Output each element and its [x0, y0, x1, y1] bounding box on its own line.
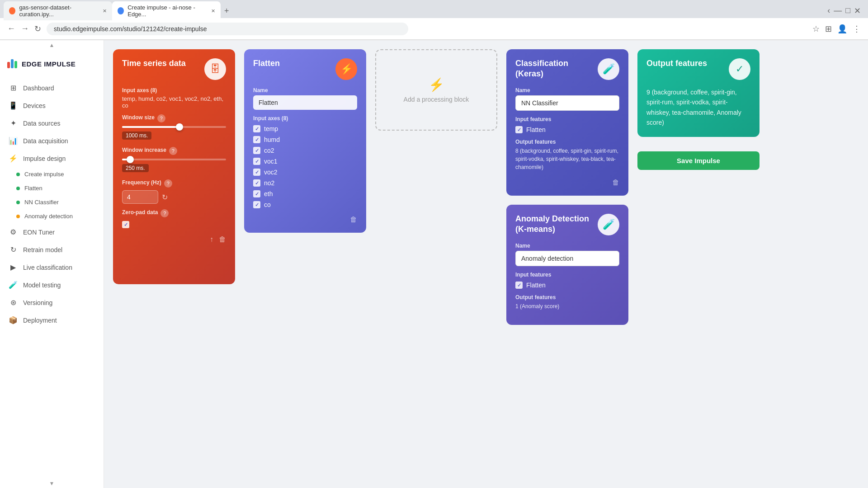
axis-temp[interactable]: temp	[253, 125, 357, 132]
tab-scroll-left[interactable]: ‹	[827, 6, 830, 16]
sidebar-item-label-create-impulse: Create impulse	[24, 171, 64, 178]
new-tab-button[interactable]: +	[221, 6, 233, 16]
window-increase-thumb[interactable]	[127, 156, 134, 163]
axis-humd[interactable]: humd	[253, 136, 357, 143]
axis-co-checkbox[interactable]	[253, 201, 260, 208]
window-size-thumb[interactable]	[176, 123, 183, 131]
zero-pad-checkbox[interactable]	[122, 221, 129, 228]
back-button[interactable]: ←	[7, 24, 15, 33]
bookmark-icon[interactable]: ☆	[812, 24, 820, 34]
window-increase-slider[interactable]: 250 ms.	[122, 159, 226, 172]
axis-co[interactable]: co	[253, 201, 357, 208]
sidebar-item-anomaly-detection[interactable]: Anomaly detection	[0, 209, 104, 223]
sidebar-navigation: ⊞ Dashboard 📱 Devices ✦ Data sources 📊 D…	[0, 75, 104, 479]
axis-co2[interactable]: co2	[253, 147, 357, 154]
extensions-icon[interactable]: ⊞	[825, 24, 832, 34]
browser-chrome: gas-sensor-dataset-curation.ipy... ✕ Cre…	[0, 0, 868, 40]
sidebar-item-eon-tuner[interactable]: ⚙ EON Tuner	[0, 223, 104, 241]
zero-pad-checkbox-item[interactable]	[122, 221, 226, 228]
zero-pad-help-icon[interactable]: ?	[160, 209, 169, 217]
axis-no2[interactable]: no2	[253, 179, 357, 187]
window-size-slider[interactable]: 1000 ms.	[122, 126, 226, 140]
url-bar[interactable]	[47, 23, 408, 35]
anomaly-name-input[interactable]	[515, 251, 619, 266]
save-impulse-button[interactable]: Save Impulse	[637, 151, 760, 170]
settings-icon[interactable]: ⋮	[853, 24, 861, 34]
frequency-help-icon[interactable]: ?	[164, 179, 172, 188]
navigation-bar: ← → ↻ ☆ ⊞ 👤 ⋮	[0, 18, 868, 40]
anomaly-feature-flatten[interactable]: Flatten	[515, 282, 619, 289]
classification-input-features-label: Input features	[515, 116, 619, 122]
tab-close-2[interactable]: ✕	[211, 8, 215, 14]
minimize-button[interactable]: —	[834, 6, 842, 16]
sidebar-item-flatten[interactable]: Flatten	[0, 181, 104, 195]
sidebar-item-impulse-design[interactable]: ⚡ Impulse design	[0, 150, 104, 167]
axis-voc2-checkbox[interactable]	[253, 169, 260, 176]
anomaly-name-label: Name	[515, 243, 619, 249]
output-card-title: Output features	[646, 58, 707, 69]
flatten-axes-list: temp humd co2 voc1 voc2	[253, 125, 357, 208]
axis-temp-checkbox[interactable]	[253, 125, 260, 132]
sidebar-item-versioning[interactable]: ⊛ Versioning	[0, 294, 104, 311]
axis-voc1-checkbox[interactable]	[253, 158, 260, 165]
sidebar-item-label-versioning: Versioning	[23, 299, 52, 306]
flatten-delete-icon[interactable]: 🗑	[350, 216, 357, 224]
tab-2[interactable]: Create impulse - ai-nose - Edge... ✕	[112, 1, 221, 20]
logo-bar-2	[11, 59, 14, 68]
flatten-name-input[interactable]	[253, 95, 357, 110]
axis-humd-checkbox[interactable]	[253, 136, 260, 143]
sidebar-item-deployment[interactable]: 📦 Deployment	[0, 311, 104, 329]
logo-area: EDGE IMPULSE	[0, 50, 104, 75]
tab-1[interactable]: gas-sensor-dataset-curation.ipy... ✕	[4, 1, 112, 20]
add-processing-block[interactable]: ⚡ Add a processing block	[375, 49, 497, 131]
axis-eth-checkbox[interactable]	[253, 190, 260, 197]
sidebar-item-retrain-model[interactable]: ↻ Retrain model	[0, 241, 104, 258]
window-increase-help-icon[interactable]: ?	[169, 147, 177, 155]
create-impulse-dot	[16, 173, 20, 176]
sidebar-item-devices[interactable]: 📱 Devices	[0, 97, 104, 114]
sidebar-item-label-data-sources: Data sources	[23, 120, 60, 127]
window-size-help-icon[interactable]: ?	[157, 114, 165, 122]
tab-close-1[interactable]: ✕	[103, 8, 107, 14]
maximize-button[interactable]: □	[845, 6, 850, 16]
output-card-icon: ✓	[729, 58, 750, 80]
axis-no2-checkbox[interactable]	[253, 179, 260, 187]
model-testing-icon: 🧪	[9, 281, 18, 289]
axis-eth[interactable]: eth	[253, 190, 357, 197]
time-series-delete-icon[interactable]: 🗑	[219, 235, 226, 244]
tab-favicon-1	[9, 7, 15, 14]
close-button[interactable]: ✕	[854, 6, 861, 16]
window-increase-value: 250 ms.	[122, 164, 149, 172]
frequency-input[interactable]	[122, 190, 158, 204]
sidebar-scroll-up[interactable]: ▲	[0, 40, 104, 50]
sidebar-item-data-sources[interactable]: ✦ Data sources	[0, 114, 104, 132]
frequency-refresh-icon[interactable]: ↻	[162, 193, 168, 202]
sidebar-item-live-classification[interactable]: ▶ Live classification	[0, 258, 104, 276]
time-series-upload-icon[interactable]: ↑	[210, 235, 213, 244]
anomaly-feature-flatten-checkbox[interactable]	[515, 282, 523, 289]
axis-voc1[interactable]: voc1	[253, 158, 357, 165]
sidebar-scroll-down[interactable]: ▼	[0, 479, 104, 488]
deployment-icon: 📦	[9, 316, 18, 324]
axis-eth-label: eth	[264, 190, 273, 197]
sidebar-item-nn-classifier[interactable]: NN Classifier	[0, 195, 104, 209]
classification-name-input[interactable]	[515, 95, 619, 111]
flatten-name-label: Name	[253, 87, 357, 94]
frequency-row: ↻	[122, 190, 226, 204]
classification-feature-flatten-checkbox[interactable]	[515, 126, 523, 133]
profile-icon[interactable]: 👤	[837, 24, 847, 34]
sidebar-item-data-acquisition[interactable]: 📊 Data acquisition	[0, 132, 104, 150]
sidebar-item-label-impulse-design: Impulse design	[23, 155, 66, 162]
anomaly-input-features-label: Input features	[515, 272, 619, 278]
sidebar-item-label-flatten: Flatten	[24, 185, 42, 192]
axis-co2-checkbox[interactable]	[253, 147, 260, 154]
classification-feature-flatten[interactable]: Flatten	[515, 126, 619, 133]
forward-button[interactable]: →	[21, 24, 29, 33]
sidebar-item-create-impulse[interactable]: Create impulse	[0, 167, 104, 181]
classification-delete-icon[interactable]: 🗑	[612, 178, 619, 187]
sidebar-item-dashboard[interactable]: ⊞ Dashboard	[0, 79, 104, 97]
anomaly-output-features-value: 1 (Anomaly score)	[515, 302, 619, 310]
sidebar-item-model-testing[interactable]: 🧪 Model testing	[0, 276, 104, 294]
axis-voc2[interactable]: voc2	[253, 169, 357, 176]
reload-button[interactable]: ↻	[34, 24, 41, 34]
